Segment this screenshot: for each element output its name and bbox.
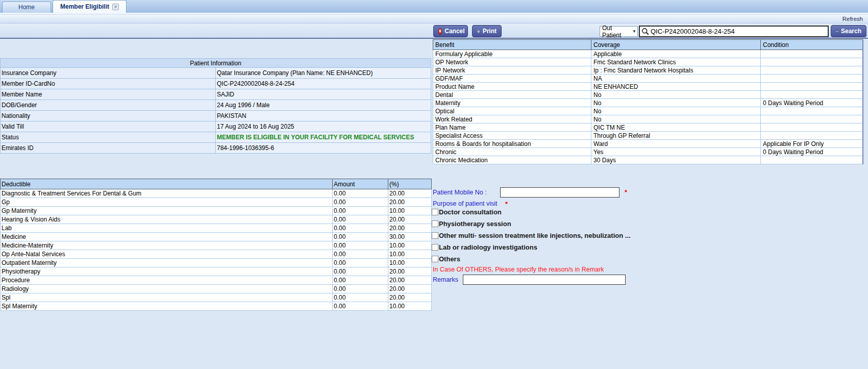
chevron-down-icon: ▼ (632, 29, 636, 34)
table-cell: Qatar Insurance Company (Plan Name: NE E… (216, 68, 431, 79)
table-cell: Diagnostic & Treatment Services For Dent… (1, 189, 333, 198)
table-cell: Ward (591, 140, 761, 148)
remarks-input[interactable] (463, 275, 626, 285)
benefit-header: Benefit (433, 40, 591, 50)
table-cell: 20.00 (388, 189, 432, 198)
table-cell: IP Network (433, 66, 591, 75)
purpose-option-other-multi-session[interactable]: Other multi- session treatment like inje… (432, 232, 631, 239)
table-cell: 20.00 (388, 293, 432, 302)
checkbox-icon[interactable] (432, 256, 438, 262)
table-cell (761, 132, 863, 140)
table-cell: 10.00 (388, 241, 432, 250)
table-cell: Medicine (1, 233, 333, 241)
table-row: Insurance CompanyQatar Insurance Company… (1, 68, 431, 79)
patient-type-select[interactable]: Out Patient ▼ (600, 26, 638, 37)
member-search-input[interactable] (651, 27, 826, 36)
table-cell: 20.00 (388, 224, 432, 233)
close-tab-icon[interactable]: × (112, 4, 119, 10)
table-cell: 0.00 (333, 267, 388, 276)
table-cell: 0.00 (333, 207, 388, 215)
table-cell: 10.00 (388, 259, 432, 267)
refresh-link[interactable]: Refresh (842, 16, 863, 22)
tab-home[interactable]: Home (2, 2, 51, 13)
table-cell: Applicable For IP Only (761, 140, 863, 148)
table-row: Work RelatedNo (433, 115, 863, 124)
table-cell: No (591, 107, 761, 115)
purpose-label: Purpose of patient visit (433, 200, 497, 207)
table-cell: Through GP Referral (591, 132, 761, 140)
table-cell: Rooms & Boards for hospitalisation (433, 140, 591, 148)
table-cell: 10.00 (388, 250, 432, 259)
search-icon (641, 28, 649, 35)
table-row: Outpatient Maternity0.0010.00 (1, 259, 432, 267)
print-icon (477, 28, 480, 35)
table-row: DOB/Gender24 Aug 1996 / Male (1, 100, 431, 111)
table-cell: Maternity (433, 99, 591, 107)
table-cell: 0.00 (333, 250, 388, 259)
print-button[interactable]: Print (472, 25, 502, 37)
table-cell: Emirates ID (1, 143, 216, 154)
table-row: Member NameSAJID (1, 89, 431, 100)
mobile-required-marker: * (625, 188, 627, 196)
table-cell: 0.00 (333, 189, 388, 198)
tab-member-eligibility[interactable]: Member Eligibilit × (53, 0, 127, 13)
table-cell: Spl (1, 293, 333, 302)
amount-header: Amount (333, 179, 388, 189)
table-cell: 20.00 (388, 198, 432, 207)
table-cell (761, 75, 863, 83)
tab-home-label: Home (18, 4, 35, 11)
table-cell: Spl Maternity (1, 302, 333, 311)
table-cell: Medicine-Maternity (1, 241, 333, 250)
table-cell: 0.00 (333, 293, 388, 302)
remarks-label: Remarks (433, 276, 458, 283)
checkbox-icon[interactable] (432, 209, 438, 215)
table-row: NationalityPAKISTAN (1, 111, 431, 121)
table-cell: Chronic Medication (433, 156, 591, 164)
table-cell (761, 107, 863, 115)
table-cell: 0.00 (333, 285, 388, 293)
patient-information-title: Patient Information (1, 59, 431, 68)
table-cell: 17 Aug 2024 to 16 Aug 2025 (216, 121, 431, 132)
purpose-option-lab-or-radiology[interactable]: Lab or radiology investigations (432, 243, 537, 251)
table-row: Member ID-CardNoQIC-P2420002048-8-24-254 (1, 79, 431, 89)
table-cell: 0.00 (333, 302, 388, 311)
purpose-option-physiotherapy-session[interactable]: Physiotherapy session (432, 220, 511, 228)
others-note: In Case Of OTHERS, Please specify the re… (433, 266, 604, 273)
purpose-option-others[interactable]: Others (432, 255, 460, 263)
print-button-label: Print (483, 28, 497, 35)
table-cell: Valid Till (1, 121, 216, 132)
table-cell: 10.00 (388, 207, 432, 215)
table-cell: No (591, 99, 761, 107)
table-cell: Outpatient Maternity (1, 259, 333, 267)
table-cell: Member ID-CardNo (1, 79, 216, 89)
table-row: Spl Maternity0.0010.00 (1, 302, 432, 311)
patient-mobile-input[interactable] (500, 187, 619, 198)
purpose-required-marker: * (505, 200, 508, 208)
percent-header: (%) (388, 179, 432, 189)
checkbox-icon[interactable] (432, 244, 438, 251)
checkbox-icon[interactable] (432, 220, 438, 227)
table-cell: 20.00 (388, 276, 432, 285)
checkbox-icon[interactable] (432, 232, 438, 239)
table-row: Plan NameQIC TM NE (433, 124, 863, 132)
table-row: Medicine0.0030.00 (1, 233, 432, 241)
table-cell: 0.00 (333, 198, 388, 207)
cancel-icon: × (438, 28, 442, 35)
table-cell: Optical (433, 107, 591, 115)
table-cell: Gp Maternity (1, 207, 333, 215)
table-row: Physiotherapy0.0020.00 (1, 267, 432, 276)
table-cell: Status (1, 132, 216, 143)
purpose-option-doctor-consultation[interactable]: Doctor consultation (432, 208, 502, 216)
table-row: Lab0.0020.00 (1, 224, 432, 233)
table-cell: 0.00 (333, 241, 388, 250)
table-cell: 0.00 (333, 215, 388, 224)
table-cell (761, 83, 863, 91)
search-button[interactable]: Search (831, 25, 866, 37)
table-cell: Op Ante-Natal Services (1, 250, 333, 259)
table-row: OpticalNo (433, 107, 863, 115)
table-cell: 0.00 (333, 259, 388, 267)
cancel-button[interactable]: × Cancel (433, 25, 468, 37)
table-row: Op Ante-Natal Services0.0010.00 (1, 250, 432, 259)
deductible-header: Deductible (1, 179, 333, 189)
search-button-label: Search (841, 28, 861, 35)
